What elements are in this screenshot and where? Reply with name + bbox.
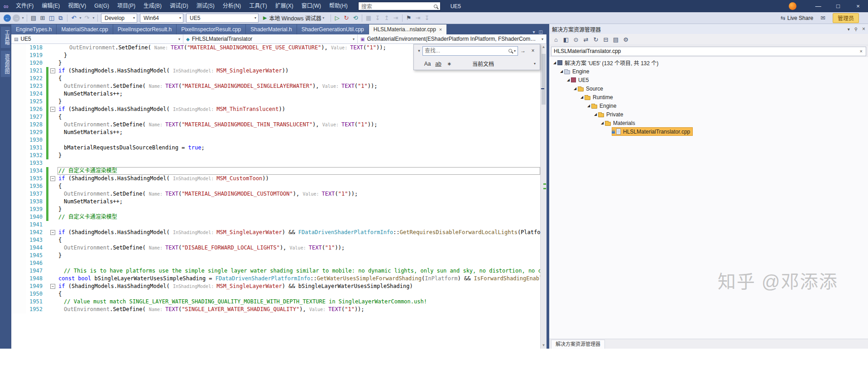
code-token[interactable]: .SetDefine(	[110, 306, 149, 312]
code-text[interactable]: const bool bSingleLayerWaterUsesSimpleSh…	[58, 275, 540, 283]
code-token[interactable]: }	[58, 98, 62, 105]
breakpoint-margin[interactable]	[11, 190, 26, 198]
fold-margin[interactable]	[48, 259, 58, 267]
solution-search-box[interactable]: ×	[551, 47, 866, 56]
line-number[interactable]: 1945	[26, 252, 46, 259]
fold-margin[interactable]	[48, 252, 58, 259]
code-line[interactable]: 1925}	[11, 98, 540, 105]
code-line[interactable]: 1922{	[11, 75, 540, 82]
collapse-region-icon[interactable]: −	[50, 176, 55, 181]
code-line[interactable]: 1942−if (ShadingModels.HasShadingModel( …	[11, 229, 540, 236]
bookmark-prev-button[interactable]: ⇥	[413, 13, 422, 23]
panel-close-icon[interactable]: ×	[862, 26, 865, 32]
tree-item-content[interactable]: Runtime	[585, 93, 616, 101]
breakpoint-margin[interactable]	[11, 236, 26, 244]
start-debugging-button[interactable]: ▶ 本地 Windows 调试器 ▾	[261, 13, 328, 23]
expander-icon[interactable]: ◢	[586, 104, 591, 108]
expand-replace-chevron-icon[interactable]: ▾	[416, 48, 422, 53]
expander-icon[interactable]: ◢	[552, 61, 557, 65]
code-token[interactable]: .SetDefine(	[110, 121, 149, 128]
code-token[interactable]: GetRequiresDisableForwardLocalLights	[400, 229, 518, 235]
breakpoint-margin[interactable]	[11, 152, 26, 159]
code-token[interactable]: {	[58, 237, 62, 243]
menu-item[interactable]: 帮助(H)	[325, 0, 352, 12]
code-token[interactable]: "1"	[325, 245, 335, 251]
menu-item[interactable]: 生成(B)	[139, 0, 166, 12]
nav-type-dropdown[interactable]: ◆ FHLSLMaterialTranslator ▾	[183, 34, 358, 43]
code-line[interactable]: 1951// Value must match SINGLE_LAYER_WAT…	[11, 298, 540, 306]
collapse-region-icon[interactable]: −	[50, 284, 55, 289]
fold-margin[interactable]: −	[48, 283, 58, 290]
home-icon[interactable]: ⌂	[551, 36, 561, 43]
code-text[interactable]: if (ShadingModels.HasShadingModel( InSha…	[58, 229, 540, 236]
tree-item[interactable]: ◢Engine	[549, 101, 868, 110]
expander-icon[interactable]: ◢	[593, 112, 598, 116]
code-line[interactable]: 1945}	[11, 252, 540, 259]
fold-margin[interactable]	[48, 82, 58, 90]
code-text[interactable]: }	[58, 152, 540, 159]
breakpoint-margin[interactable]	[11, 175, 26, 182]
code-token[interactable]: TEXT	[165, 83, 178, 89]
fold-margin[interactable]	[48, 182, 58, 190]
nav-project-dropdown[interactable]: ▤ UE5 ▾	[11, 34, 183, 43]
menu-item[interactable]: 扩展(X)	[271, 0, 297, 12]
tree-item-content[interactable]: Private	[598, 110, 626, 119]
code-text[interactable]: // Value must match SINGLE_LAYER_WATER_S…	[58, 298, 540, 306]
fold-margin[interactable]	[48, 244, 58, 252]
code-token[interactable]: (Platform))	[518, 229, 540, 235]
redo-button[interactable]: ↷	[82, 13, 91, 23]
code-token[interactable]: ));	[368, 121, 378, 128]
solution-explorer-bottom-tab[interactable]: 解决方案资源管理器	[551, 340, 605, 349]
scroll-down-icon[interactable]: ▼	[541, 342, 547, 349]
breakpoint-margin[interactable]	[11, 229, 26, 236]
menu-item[interactable]: 调试(D)	[166, 0, 192, 12]
breakpoint-margin[interactable]	[11, 206, 26, 213]
hot-reload-button[interactable]: ↻	[342, 13, 351, 23]
code-token[interactable]: IsForwardShadingEnabled	[474, 275, 540, 282]
code-token[interactable]: ),	[293, 191, 303, 197]
code-token[interactable]: "1"	[345, 306, 355, 312]
code-token[interactable]: OutEnvironment	[64, 245, 110, 251]
code-token[interactable]: ),	[280, 245, 290, 251]
solution-platform-dropdown[interactable]: Win64▾	[140, 14, 183, 23]
fold-margin[interactable]	[48, 206, 58, 213]
code-text[interactable]: }	[58, 206, 540, 213]
code-token[interactable]: ))	[282, 67, 288, 74]
breakpoint-margin[interactable]	[11, 105, 26, 113]
navigate-back-button[interactable]: ←	[4, 14, 11, 22]
code-token[interactable]: Name:	[149, 122, 165, 127]
code-token[interactable]: ),	[321, 44, 331, 51]
code-text[interactable]: if (ShadingModels.HasShadingModel( InSha…	[58, 283, 540, 290]
line-number[interactable]: 1942	[26, 229, 46, 236]
fold-margin[interactable]	[48, 198, 58, 206]
code-token[interactable]: InShadingModel:	[173, 284, 216, 289]
code-token[interactable]: MSM_SingleLayerWater	[216, 67, 282, 74]
collapse-region-icon[interactable]: −	[50, 68, 55, 73]
code-line[interactable]: 1935−if (ShadingModels.HasShadingModel( …	[11, 175, 540, 182]
float-window-icon[interactable]: ◫	[537, 29, 545, 34]
breakpoint-margin[interactable]	[11, 90, 26, 98]
titlebar-search-box[interactable]: 搜索	[358, 2, 441, 10]
nav-member-dropdown[interactable]: ▣ GetMaterialEnvironment(EShaderPlatform…	[358, 34, 547, 43]
fold-margin[interactable]	[48, 275, 58, 283]
code-token[interactable]: "MATERIAL_SHADINGMODEL_CUSTOMTOON"	[182, 191, 293, 197]
code-token[interactable]: MSM_ThinTranslucent	[216, 106, 278, 112]
tree-item-content[interactable]: Source	[578, 84, 606, 93]
expander-icon[interactable]: ◢	[599, 121, 605, 125]
fold-margin[interactable]	[48, 44, 58, 52]
fold-margin[interactable]	[48, 298, 58, 306]
tree-item-content[interactable]: UE5	[571, 76, 591, 84]
code-token[interactable]: InShadingModel:	[173, 68, 216, 73]
line-number[interactable]: 1928	[26, 121, 46, 129]
code-token[interactable]: ;	[201, 144, 204, 151]
line-number[interactable]: 1935	[26, 175, 46, 182]
code-line[interactable]: 1938NumSetMaterials++;	[11, 198, 540, 206]
code-token[interactable]: (ShadingModels.HasShadingModel(	[65, 175, 173, 182]
breakpoint-margin[interactable]	[11, 59, 26, 67]
code-token[interactable]: ) && bSingleLayerWaterUsesSimpleShading)	[282, 283, 413, 289]
code-token[interactable]: "DISABLE_FORWARD_LOCAL_LIGHTS"	[182, 245, 280, 251]
sync-with-active-document-icon[interactable]: ⊙	[571, 36, 581, 43]
line-number[interactable]: 1918	[26, 44, 46, 52]
close-button[interactable]: ×	[848, 0, 868, 12]
code-token[interactable]: InShadingModel:	[173, 176, 216, 181]
